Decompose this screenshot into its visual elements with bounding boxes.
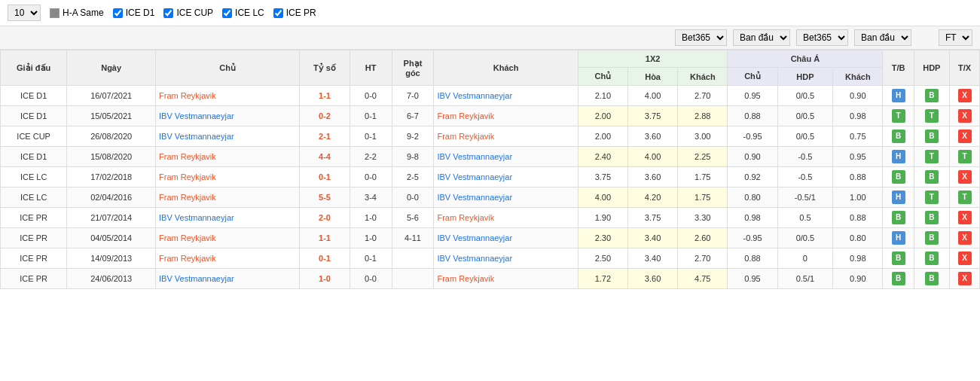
filter-ice-d1: ICE D1 (113, 8, 155, 18)
table-row: ICE PR 14/09/2013 Fram Reykjavik 0-1 0-1… (1, 248, 980, 269)
cell-chu2: 0.95 (728, 86, 777, 106)
cell-chu[interactable]: Fram Reykjavik (156, 187, 300, 208)
cell-tx: X (950, 86, 980, 106)
th-khach: Khách (434, 50, 578, 86)
cell-hdp2: B (914, 228, 949, 248)
cell-tb: H (883, 228, 914, 248)
ft-select[interactable]: FT (939, 29, 972, 46)
cell-chu[interactable]: Fram Reykjavik (156, 228, 300, 248)
cell-chu-odds: 2.00 (578, 106, 627, 126)
cell-khach[interactable]: Fram Reykjavik (434, 269, 578, 289)
cell-chu[interactable]: Fram Reykjavik (156, 167, 300, 187)
table-row: ICE PR 21/07/2014 IBV Vestmannaeyjar 2-0… (1, 208, 980, 228)
book1-select[interactable]: Bet365 (675, 29, 727, 46)
cell-phatgoc: 6-7 (392, 106, 434, 126)
th-tb: T/B (883, 50, 914, 86)
cell-tyso: 0-1 (300, 167, 350, 187)
th-ngay: Ngày (67, 50, 156, 86)
cell-tyso: 1-1 (300, 228, 350, 248)
cell-khach[interactable]: IBV Vestmannaeyjar (434, 86, 578, 106)
cell-tyso: 1-0 (300, 269, 350, 289)
cell-chu[interactable]: IBV Vestmannaeyjar (156, 106, 300, 126)
cell-chu[interactable]: Fram Reykjavik (156, 248, 300, 269)
cell-phatgoc: 5-6 (392, 208, 434, 228)
cell-tx: X (950, 106, 980, 126)
cell-khach[interactable]: Fram Reykjavik (434, 106, 578, 126)
th-tyso: Tỷ số (300, 50, 350, 86)
cell-giaidau: ICE D1 (1, 147, 67, 167)
cell-giaidau: ICE PR (1, 248, 67, 269)
cell-tx: X (950, 126, 980, 147)
ice-d1-checkbox[interactable] (113, 8, 123, 18)
ha-same-label: H-A Same (63, 8, 104, 18)
book2-select[interactable]: Bet365 (796, 29, 848, 46)
table-row: ICE PR 24/06/2013 IBV Vestmannaeyjar 1-0… (1, 269, 980, 289)
cell-chu2: 0.98 (728, 208, 777, 228)
cell-chu-odds: 2.10 (578, 86, 627, 106)
cell-ngay: 02/04/2016 (67, 187, 156, 208)
cell-chu[interactable]: IBV Vestmannaeyjar (156, 126, 300, 147)
filter-ice-cup: ICE CUP (163, 8, 213, 18)
cell-khach-odds: 2.70 (678, 248, 728, 269)
matches-table: Giải đấu Ngày Chủ Tỷ số HT Phạt góc Khác… (0, 50, 980, 289)
cell-khach2: 0.88 (833, 167, 883, 187)
cell-khach2: 0.90 (833, 86, 883, 106)
cell-hdp2: B (914, 167, 949, 187)
cell-khach2: 0.75 (833, 126, 883, 147)
cell-ngay: 21/07/2014 (67, 208, 156, 228)
count-select[interactable]: 10 20 30 50 (8, 5, 41, 21)
cell-phatgoc: 9-2 (392, 126, 434, 147)
th-hdp2: HDP (914, 50, 949, 86)
cell-hoa: 3.40 (627, 228, 677, 248)
cell-khach[interactable]: IBV Vestmannaeyjar (434, 248, 578, 269)
cell-chu[interactable]: IBV Vestmannaeyjar (156, 269, 300, 289)
type2-select[interactable]: Ban đầu (854, 29, 911, 46)
cell-khach[interactable]: IBV Vestmannaeyjar (434, 187, 578, 208)
cell-chu[interactable]: Fram Reykjavik (156, 147, 300, 167)
cell-khach-odds: 2.70 (678, 86, 728, 106)
cell-tyso: 4-4 (300, 147, 350, 167)
cell-khach[interactable]: Fram Reykjavik (434, 126, 578, 147)
cell-khach[interactable]: IBV Vestmannaeyjar (434, 147, 578, 167)
cell-tx: T (950, 187, 980, 208)
cell-hdp2: T (914, 147, 949, 167)
cell-khach[interactable]: Fram Reykjavik (434, 208, 578, 228)
th-odds-group1: 1X2 (578, 50, 728, 68)
cell-chu[interactable]: IBV Vestmannaeyjar (156, 208, 300, 228)
cell-chu-odds: 2.50 (578, 248, 627, 269)
th-khach-odds: Khách (678, 68, 728, 86)
ice-pr-checkbox[interactable] (273, 8, 283, 18)
cell-chu2: 0.80 (728, 187, 777, 208)
cell-hdp2: B (914, 126, 949, 147)
cell-tb: B (883, 208, 914, 228)
cell-tb: H (883, 187, 914, 208)
cell-tyso: 2-1 (300, 126, 350, 147)
cell-tx: X (950, 248, 980, 269)
table-row: ICE D1 16/07/2021 Fram Reykjavik 1-1 0-0… (1, 86, 980, 106)
cell-phatgoc: 4-11 (392, 228, 434, 248)
table-row: ICE D1 15/05/2021 IBV Vestmannaeyjar 0-2… (1, 106, 980, 126)
cell-hdp2: T (914, 187, 949, 208)
cell-hdp: 0.5 (777, 208, 833, 228)
ice-lc-checkbox[interactable] (222, 8, 232, 18)
cell-ngay: 17/02/2018 (67, 167, 156, 187)
cell-khach[interactable]: IBV Vestmannaeyjar (434, 228, 578, 248)
cell-chu-odds: 1.90 (578, 208, 627, 228)
th-ht: HT (350, 50, 392, 86)
cell-tb: B (883, 126, 914, 147)
cell-phatgoc (392, 248, 434, 269)
cell-chu[interactable]: Fram Reykjavik (156, 86, 300, 106)
cell-hoa: 3.40 (627, 248, 677, 269)
cell-ht: 0-0 (350, 86, 392, 106)
ice-cup-checkbox[interactable] (163, 8, 173, 18)
cell-hoa: 4.00 (627, 147, 677, 167)
cell-hoa: 4.20 (627, 187, 677, 208)
cell-hoa: 3.60 (627, 269, 677, 289)
cell-hdp2: T (914, 106, 949, 126)
th-hoa: Hòa (627, 68, 677, 86)
cell-phatgoc: 7-0 (392, 86, 434, 106)
cell-khach[interactable]: IBV Vestmannaeyjar (434, 167, 578, 187)
cell-chu-odds: 3.75 (578, 167, 627, 187)
cell-chu2: -0.95 (728, 126, 777, 147)
type1-select[interactable]: Ban đầu (733, 29, 790, 46)
